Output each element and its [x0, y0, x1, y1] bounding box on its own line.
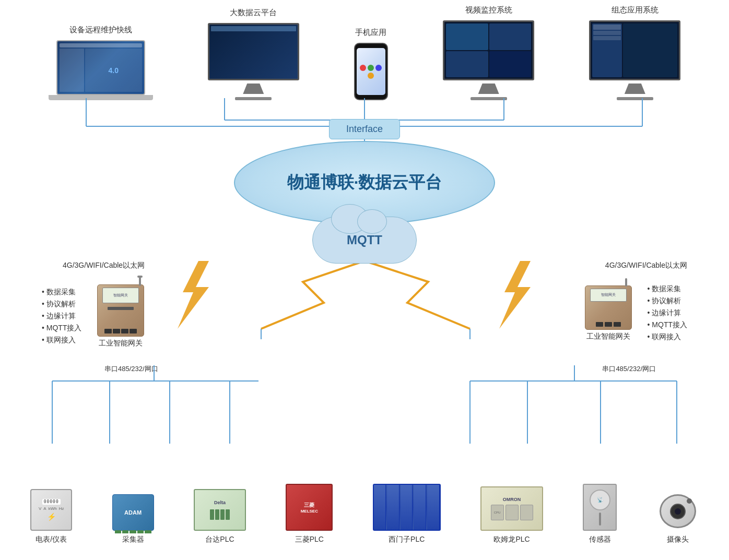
feature-left-4: MQTT接入	[42, 324, 81, 333]
collector-image: ADAM	[112, 494, 154, 531]
plc-omron-label: 欧姆龙PLC	[493, 535, 530, 544]
gateway-screen-left: 智能网关	[102, 288, 139, 303]
device-plc-mitsubishi: 三菱 MELSEC 三菱PLC	[286, 484, 333, 544]
device-collector: ADAM 采集器	[112, 494, 154, 544]
device-plc-siemens: 西门子PLC	[373, 484, 441, 544]
gateway-device-right: 智能网关 工业智能网关	[585, 285, 632, 341]
cloud-shape: MQTT	[312, 217, 417, 264]
gateway-section-left: 数据采集 协议解析 边缘计算 MQTT接入 联网接入 智能网关	[42, 284, 144, 348]
device-plc-omron: OMRON CPU 欧姆龙PLC	[480, 486, 543, 544]
device-label-monitor2: 视频监控系统	[465, 5, 512, 15]
laptop-body	[49, 95, 153, 100]
gateway-antenna-left	[139, 276, 141, 286]
mqtt-cloud: MQTT	[312, 217, 417, 264]
plc-delta-label: 台达PLC	[205, 535, 234, 544]
gateway-image-right: 智能网关	[585, 285, 632, 330]
plc-delta-image: Delta	[194, 489, 246, 531]
feature-left-3: 边缘计算	[42, 312, 81, 321]
camera-label: 摄像头	[667, 535, 689, 544]
serial-label-right: 串口485/232/网口	[602, 364, 656, 374]
lightning-right	[468, 261, 572, 334]
device-monitor2: 视频监控系统	[443, 5, 534, 100]
collector-label: 采集器	[122, 535, 144, 544]
plc-siemens-label: 西门子PLC	[389, 535, 425, 544]
phone-body	[354, 43, 388, 100]
gateway-device-left: 智能网关 工业智能网关	[97, 284, 144, 348]
device-sensor: 📡 传感器	[583, 484, 617, 544]
plc-mitsubishi-image: 三菱 MELSEC	[286, 484, 333, 531]
network-label-left: 4G/3G/WIFI/Cable以太网	[63, 261, 145, 270]
gateway-section-right: 数据采集 协议解析 边缘计算 MQTT接入 联网接入 智能网关 工业智能网关	[585, 284, 687, 342]
monitor-base-2	[471, 97, 507, 100]
device-plc-delta: Delta 台达PLC	[194, 489, 246, 544]
svg-marker-25	[178, 261, 209, 329]
monitor-screen-1	[208, 23, 299, 80]
device-label-phone: 手机应用	[355, 28, 386, 38]
device-monitor1: 大数据云平台	[208, 8, 299, 100]
feature-left-5: 联网接入	[42, 336, 81, 345]
feature-right-3: 边缘计算	[648, 308, 687, 318]
device-label-monitor3: 组态应用系统	[612, 5, 659, 15]
laptop-screen: 4.0	[56, 40, 145, 95]
lightning-left	[157, 261, 261, 334]
device-camera: 摄像头	[657, 492, 699, 544]
gateway-label-left: 工业智能网关	[99, 339, 143, 348]
monitor-stand-3	[625, 84, 645, 94]
svg-marker-26	[499, 261, 531, 329]
meter-image: 00000 VAkWhHz ⚡	[30, 489, 72, 531]
monitor-base-1	[235, 97, 272, 100]
device-label-laptop: 设备远程维护快线	[69, 25, 132, 35]
device-monitor3: 组态应用系统	[589, 5, 680, 100]
bottom-devices-row: 00000 VAkWhHz ⚡ 电表/仪表 ADAM 采集器	[10, 484, 719, 544]
diagram-container: 设备远程维护快线 4.0 大数据云平台	[0, 0, 729, 560]
feature-right-1: 数据采集	[648, 284, 687, 294]
gateway-label-right: 工业智能网关	[586, 332, 630, 341]
gateway-features-right: 数据采集 协议解析 边缘计算 MQTT接入 联网接入	[648, 284, 687, 342]
laptop-wrapper: 4.0	[49, 40, 153, 100]
device-phone: 手机应用	[354, 28, 388, 100]
serial-label-left: 串口485/232/网口	[104, 364, 158, 374]
monitor-screen-2	[443, 20, 534, 80]
feature-right-2: 协议解析	[648, 296, 687, 306]
device-meter: 00000 VAkWhHz ⚡ 电表/仪表	[30, 489, 72, 544]
monitor-base-3	[617, 97, 653, 100]
plc-omron-image: OMRON CPU	[480, 486, 543, 531]
camera-image	[657, 492, 699, 531]
interface-label: Interface	[346, 124, 383, 134]
gateway-features-left: 数据采集 协议解析 边缘计算 MQTT接入 联网接入	[42, 288, 81, 345]
monitor-screen-3	[589, 20, 680, 80]
monitor-stand-1	[243, 84, 264, 94]
mqtt-label: MQTT	[347, 233, 382, 247]
plc-mitsubishi-label: 三菱PLC	[295, 535, 324, 544]
feature-right-4: MQTT接入	[648, 320, 687, 330]
device-laptop: 设备远程维护快线 4.0	[49, 25, 153, 100]
interface-box: Interface	[329, 119, 400, 139]
monitor-stand-2	[478, 84, 499, 94]
gateway-image-left: 智能网关	[97, 284, 144, 337]
network-label-right: 4G/3G/WIFI/Cable以太网	[605, 261, 687, 270]
meter-label: 电表/仪表	[36, 535, 67, 544]
device-label-monitor1: 大数据云平台	[230, 8, 277, 18]
sensor-label: 传感器	[589, 535, 611, 544]
feature-left-2: 协议解析	[42, 300, 81, 309]
plc-siemens-image	[373, 484, 441, 531]
feature-left-1: 数据采集	[42, 288, 81, 297]
cloud-platform-text: 物通博联·数据云平台	[287, 171, 442, 194]
sensor-image: 📡	[583, 484, 617, 531]
collector-text: ADAM	[124, 509, 142, 516]
phone-screen	[357, 48, 385, 95]
top-devices-row: 设备远程维护快线 4.0 大数据云平台	[21, 5, 708, 100]
feature-right-5: 联网接入	[648, 332, 687, 342]
